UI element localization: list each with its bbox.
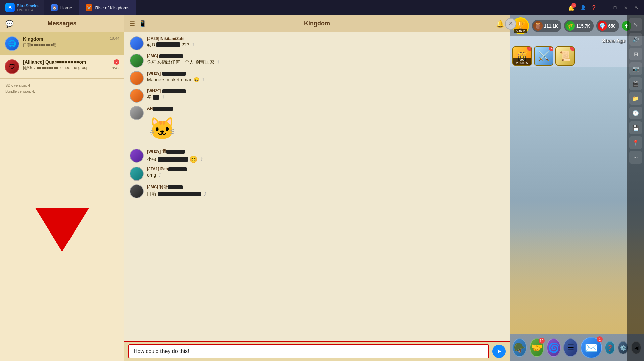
msg2-avatar	[130, 54, 144, 68]
msg1-content: [JA29] NikitamiZahir @D ??? ⤴	[147, 36, 504, 47]
sticker-image: 🐱	[147, 112, 177, 145]
msg4-action-icon[interactable]: ⤴	[162, 95, 164, 100]
msg8-action-icon[interactable]: ⤴	[204, 191, 206, 197]
chat-messages: [JA29] NikitamiZahir @D ??? ⤴ [JMC] 你可以指…	[124, 32, 510, 341]
hero1-timer: 29d 23:50:35	[513, 58, 531, 65]
home-tab[interactable]: 🏠 Home	[44, 0, 79, 15]
bell-icon[interactable]: 🔔	[496, 20, 504, 28]
help-button-game[interactable]: ❓	[605, 341, 615, 354]
msg7-content: [JTA1] Petr omg ⤴	[147, 167, 504, 178]
troop-button[interactable]: 🪖	[512, 338, 527, 357]
right-toolbar: ⤡ 🔊 ⊞ 📷 🎬 📁 🕐 💾 📍 ···	[627, 15, 644, 361]
phone-icon[interactable]: 📱	[139, 20, 146, 28]
alliance-message-item[interactable]: 🛡 [Alliance] Quar■■■■■■■■om [@Gov ■■■■■■…	[0, 55, 124, 79]
title-bar-controls: 🔔 34 👤 ❓ ─ □ ✕ ⤡	[566, 2, 644, 13]
home-tab-icon: 🏠	[51, 4, 58, 11]
hero-icons: 👸 3 29d 23:50:35 ⚔️ 2 📜 11	[510, 45, 644, 67]
msg6-emoji: 😊	[189, 155, 198, 163]
toolbar-expand-btn[interactable]: ⤡	[629, 18, 642, 31]
msg3-action-icon[interactable]: ⤴	[202, 77, 204, 82]
msg4-text: 举 ⤴	[147, 94, 504, 100]
msg3-content: [WH29] Manners maketh man 😄 ⤴	[147, 71, 504, 82]
game-map[interactable]	[510, 67, 644, 334]
resource-bar: 🏆 53KM 🪵 111.1K 🌾 115.7K 💎 650 +	[510, 15, 644, 36]
notification-icon[interactable]: 🔔 34	[566, 2, 577, 13]
kingdom-avatar: 🌐	[5, 36, 19, 51]
help-button[interactable]: ❓	[589, 3, 598, 12]
msg2-sender: [JMC]	[147, 54, 504, 58]
msg4-sender: [WH29]	[147, 89, 504, 93]
trade-icon: 🌀	[548, 342, 560, 353]
account-button[interactable]: 👤	[578, 3, 588, 12]
stone-age-label: Stone Age	[510, 36, 644, 45]
expand-button[interactable]: ⤡	[632, 3, 641, 12]
gem-resource: 💎 650	[596, 20, 619, 32]
minimize-button[interactable]: ─	[600, 3, 609, 12]
chat-header: ☰ 📱 Kingdom 🔔 ✕	[124, 15, 510, 32]
toolbar-more-btn[interactable]: ···	[629, 151, 642, 164]
msg6-action-icon[interactable]: ⤴	[200, 157, 203, 162]
settings-button-game[interactable]: ⚙️	[618, 341, 628, 354]
bluestacks-name: BlueStacks	[17, 4, 39, 8]
kingdom-time: 18:44	[110, 36, 119, 40]
messages-header: 💬 Messages	[0, 15, 124, 32]
trade-button[interactable]: 🌀	[547, 338, 561, 357]
close-button[interactable]: ✕	[621, 3, 631, 12]
bluestacks-logo: B	[5, 3, 15, 12]
msg7-text: omg ⤴	[147, 172, 504, 178]
alliance-preview: [@Gov ■■■■■■■■■ joined the group.	[23, 65, 106, 70]
chat-input[interactable]	[128, 344, 489, 358]
toolbar-screenshot-btn[interactable]: 📷	[629, 62, 642, 75]
notification-badge: 34	[571, 3, 576, 8]
game-ui: 🏆 53KM 🪵 111.1K 🌾 115.7K 💎 650 + Stone A…	[510, 15, 644, 361]
msg3-sender: [WH29]	[147, 71, 504, 76]
hero-icon-2[interactable]: ⚔️ 2	[534, 46, 553, 66]
hero-icon-1[interactable]: 👸 3 29d 23:50:35	[512, 46, 532, 66]
toolbar-volume-btn[interactable]: 🔊	[629, 33, 642, 46]
msg5-sender: AN	[147, 106, 504, 111]
toolbar-rotate-btn[interactable]: ⊞	[629, 48, 642, 60]
msg4-avatar	[130, 89, 144, 103]
red-arrow-icon	[35, 208, 89, 252]
msg1-avatar	[130, 36, 144, 50]
game-tab[interactable]: ⚔️ Rise of Kingdoms	[79, 0, 136, 15]
alliance-time: 18:42	[110, 66, 119, 70]
chat-close-button[interactable]: ✕	[505, 18, 516, 30]
toolbar-folder-btn[interactable]: 📁	[629, 92, 642, 105]
msg7-action-icon[interactable]: ⤴	[159, 172, 161, 178]
msg7-avatar	[130, 167, 144, 181]
msg5-sticker: 🐱	[147, 112, 504, 145]
kingdom-preview: 口嗨■■■■■■■■■用	[23, 42, 106, 48]
msg4-redacted	[153, 95, 159, 100]
msg2-action-icon[interactable]: ⤴	[217, 60, 219, 65]
menu-button[interactable]: ☰	[563, 338, 578, 357]
send-button[interactable]: ➤	[492, 345, 506, 358]
food-value: 115.7K	[576, 23, 590, 29]
msg1-text: @D ??? ⤴	[147, 42, 504, 47]
chat-message-2: [JMC] 你可以指出任何一个人 别带国家 ⤴	[130, 54, 504, 68]
chat-area: ☰ 📱 Kingdom 🔔 ✕ [JA29] NikitamiZahir @D …	[124, 15, 510, 361]
alliance-button[interactable]: 🤝 12	[530, 338, 544, 357]
bluestacks-tab[interactable]: B BlueStacks 4.240.0.1049	[0, 0, 44, 15]
msg1-action-icon[interactable]: ⤴	[192, 42, 194, 47]
list-icon[interactable]: ☰	[130, 20, 135, 28]
home-tab-label: Home	[60, 5, 72, 10]
tab-bar: B BlueStacks 4.240.0.1049 🏠 Home ⚔️ Rise…	[0, 0, 136, 15]
mail-button-container: ✉️ 1	[581, 337, 602, 358]
toolbar-save-btn[interactable]: 💾	[629, 121, 642, 134]
kingdom-message-item[interactable]: 🌐 Kingdom 口嗨■■■■■■■■■用 18:44	[0, 32, 124, 55]
hero-icon-3[interactable]: 📜 11	[555, 46, 575, 66]
toolbar-record-btn[interactable]: 🎬	[629, 77, 642, 90]
msg8-text: 口嗨 ⤴	[147, 191, 504, 197]
msg8-sender: [JMC] 聆听	[147, 184, 504, 190]
toolbar-timer-btn[interactable]: 🕐	[629, 107, 642, 119]
msg5-avatar	[130, 106, 144, 120]
toolbar-location-btn[interactable]: 📍	[629, 136, 642, 149]
wood-icon: 🪵	[533, 21, 543, 31]
messages-icon: 💬	[5, 20, 14, 28]
kingdom-sender-name: Kingdom	[23, 36, 106, 42]
mail-icon: ✉️	[585, 341, 598, 354]
mail-badge: 1	[597, 336, 603, 342]
chat-message-8: [JMC] 聆听 口嗨 ⤴	[130, 184, 504, 198]
maximize-button[interactable]: □	[610, 3, 620, 12]
